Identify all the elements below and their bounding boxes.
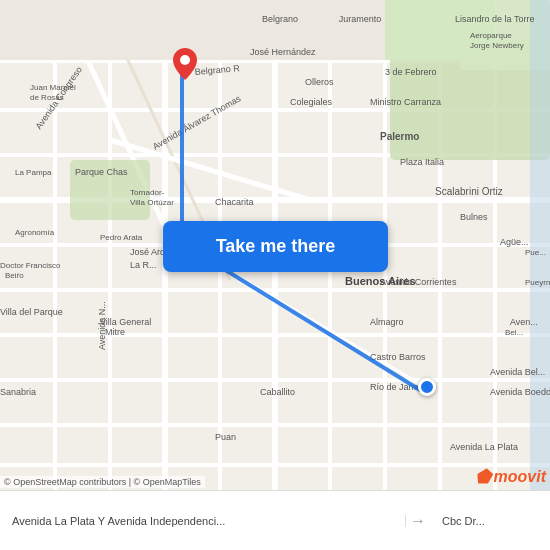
bottom-bar: Avenida La Plata Y Avenida Independenci.…: [0, 490, 550, 550]
svg-text:Almagro: Almagro: [370, 317, 404, 327]
destination-marker: [418, 378, 436, 396]
svg-text:Chacarita: Chacarita: [215, 197, 254, 207]
take-me-there-button[interactable]: Take me there: [163, 221, 388, 272]
svg-text:3 de Febrero: 3 de Febrero: [385, 67, 437, 77]
svg-text:Beiŕo: Beiŕo: [5, 271, 24, 280]
svg-text:Avenida Corrientes: Avenida Corrientes: [380, 277, 457, 287]
svg-text:Avenida N...: Avenida N...: [97, 301, 107, 350]
map-container: Belgrano Juramento Lisandro de la Torre …: [0, 0, 550, 490]
svg-text:La R...: La R...: [130, 260, 157, 270]
svg-text:Puan: Puan: [215, 432, 236, 442]
svg-rect-29: [55, 0, 110, 60]
origin-marker: [173, 48, 197, 84]
svg-text:Scalabrini Ortiz: Scalabrini Ortiz: [435, 186, 503, 197]
svg-text:Villa Ortúzar: Villa Ortúzar: [130, 198, 174, 207]
svg-text:Colegiales: Colegiales: [290, 97, 333, 107]
svg-text:Villa del Parque: Villa del Parque: [0, 307, 63, 317]
svg-text:Aeroparque: Aeroparque: [470, 31, 512, 40]
svg-text:Parque Chas: Parque Chas: [75, 167, 128, 177]
svg-text:Pue...: Pue...: [525, 248, 546, 257]
svg-text:Plaza Italia: Plaza Italia: [400, 157, 444, 167]
svg-text:Bulnes: Bulnes: [460, 212, 488, 222]
svg-text:Avenida Bel...: Avenida Bel...: [490, 367, 545, 377]
svg-text:Agronomía: Agronomía: [15, 228, 55, 237]
svg-text:Sanabria: Sanabria: [0, 387, 36, 397]
svg-rect-28: [0, 0, 55, 60]
svg-text:Avenida Boedo: Avenida Boedo: [490, 387, 550, 397]
destination-label: Cbc Dr...: [430, 515, 550, 527]
svg-text:Castro Barros: Castro Barros: [370, 352, 426, 362]
route-arrow: →: [406, 512, 430, 530]
svg-text:Agüe...: Agüe...: [500, 237, 529, 247]
svg-text:Juramento: Juramento: [339, 14, 382, 24]
svg-text:Pedro Arata: Pedro Arata: [100, 233, 143, 242]
origin-label: Avenida La Plata Y Avenida Independenci.…: [0, 515, 406, 527]
svg-text:Belgrano: Belgrano: [262, 14, 298, 24]
svg-text:Ministro Carranza: Ministro Carranza: [370, 97, 441, 107]
svg-text:José Hernández: José Hernández: [250, 47, 316, 57]
svg-point-88: [180, 55, 190, 65]
svg-text:Bel...: Bel...: [505, 328, 523, 337]
svg-text:Pueyrm...: Pueyrm...: [525, 278, 550, 287]
svg-rect-27: [530, 0, 550, 490]
svg-text:Jorge Newbery: Jorge Newbery: [470, 41, 524, 50]
svg-text:Villa General: Villa General: [100, 317, 151, 327]
svg-rect-35: [385, 0, 440, 60]
moovit-logo: ⬟ moovit: [475, 466, 546, 488]
svg-rect-34: [330, 0, 385, 60]
svg-text:Caballito: Caballito: [260, 387, 295, 397]
svg-rect-36: [440, 0, 495, 60]
svg-text:Lisandro de la Torre: Lisandro de la Torre: [455, 14, 534, 24]
svg-text:Aven...: Aven...: [510, 317, 538, 327]
svg-text:Mitre: Mitre: [105, 327, 125, 337]
svg-text:Tornador-: Tornador-: [130, 188, 165, 197]
svg-text:Doctor Francisco: Doctor Francisco: [0, 261, 61, 270]
svg-text:Avenida La Plata: Avenida La Plata: [450, 442, 518, 452]
svg-text:La Pampa: La Pampa: [15, 168, 52, 177]
map-attribution: © OpenStreetMap contributors | © OpenMap…: [0, 476, 205, 488]
svg-text:Olleros: Olleros: [305, 77, 334, 87]
svg-rect-30: [110, 0, 165, 60]
svg-text:Palermo: Palermo: [380, 131, 419, 142]
moovit-brand-name: moovit: [494, 468, 546, 486]
moovit-icon: ⬟: [475, 466, 491, 488]
